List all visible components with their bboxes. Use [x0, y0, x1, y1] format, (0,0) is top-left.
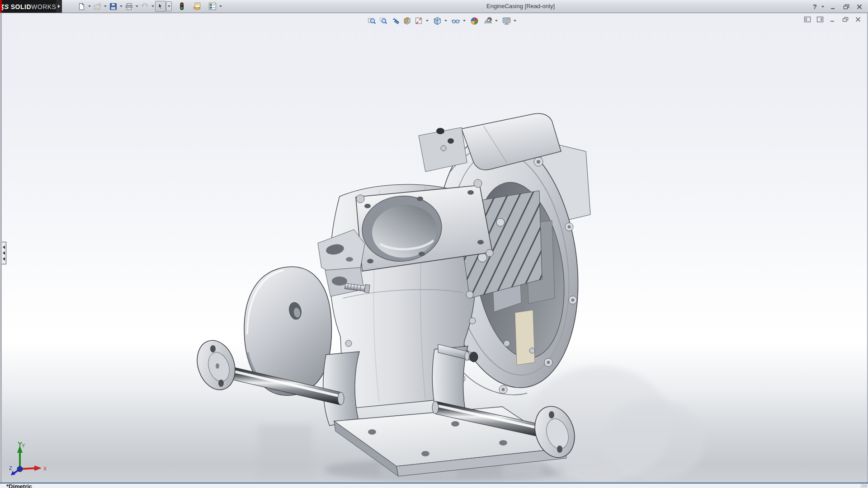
- headsup-view-toolbar: [366, 15, 517, 27]
- options-icon: [208, 2, 217, 10]
- graphics-viewport[interactable]: X Y Z: [1, 13, 868, 483]
- save-button[interactable]: [108, 1, 118, 12]
- print-button[interactable]: [123, 1, 134, 12]
- zoom-to-area-button[interactable]: [377, 15, 389, 27]
- options-button[interactable]: [207, 1, 218, 12]
- reference-triad[interactable]: X Y Z: [8, 441, 47, 476]
- triad-z-label: Z: [9, 465, 12, 471]
- view-orientation-icon: [415, 17, 423, 25]
- titlebar-window-controls: ?: [813, 2, 864, 12]
- document-close-button[interactable]: [854, 15, 863, 23]
- apply-scene-icon: [484, 17, 492, 25]
- zoom-to-area-icon: [379, 17, 388, 25]
- triad-z-axis: [11, 466, 23, 475]
- status-strip: *Dimetric: [0, 483, 868, 488]
- quick-access-toolbar: [76, 1, 223, 11]
- apply-scene-dropdown[interactable]: [494, 16, 499, 26]
- section-view-icon: [403, 17, 411, 25]
- document-restore-button[interactable]: [841, 15, 850, 23]
- triad-x-axis: [20, 465, 42, 471]
- previous-view-button[interactable]: [389, 15, 401, 27]
- file-properties-button[interactable]: [192, 1, 203, 12]
- title-bar: ƷSSOLIDWORKS: [0, 0, 868, 13]
- triad-y-label: Y: [22, 443, 25, 448]
- save-dropdown[interactable]: [118, 1, 123, 11]
- view-settings-button[interactable]: [500, 15, 512, 27]
- brand-red-stripe: [0, 0, 2, 13]
- select-cursor-icon: [157, 3, 164, 10]
- rebuild-button[interactable]: [176, 1, 187, 12]
- open-dropdown[interactable]: [103, 1, 108, 11]
- solidworks-logo: ƷSSOLIDWORKS: [0, 0, 56, 13]
- restore-icon: [843, 4, 850, 10]
- save-icon: [109, 3, 117, 10]
- document-restore-icon: [842, 16, 849, 23]
- close-icon: [856, 4, 863, 10]
- undo-icon: [141, 2, 149, 10]
- open-icon: [94, 3, 101, 10]
- select-button[interactable]: [155, 1, 166, 12]
- edit-appearance-ball-icon: [470, 17, 479, 25]
- undo-dropdown[interactable]: [150, 1, 155, 11]
- section-view-button[interactable]: [401, 15, 413, 27]
- pane-left-button[interactable]: [803, 15, 812, 23]
- file-properties-icon: [193, 2, 201, 10]
- rebuild-traffic-light-icon: [178, 2, 185, 10]
- document-close-icon: [855, 16, 861, 23]
- display-style-icon: [433, 17, 442, 25]
- new-document-icon: [78, 3, 85, 10]
- select-dropdown[interactable]: [166, 1, 172, 11]
- view-orientation-label: *Dimetric: [6, 483, 32, 488]
- engine-casing-model[interactable]: [190, 108, 715, 482]
- collapse-arrow-icon: [3, 251, 5, 255]
- zoom-to-fit-button[interactable]: [366, 15, 377, 27]
- previous-view-icon: [391, 17, 400, 25]
- apply-scene-button[interactable]: [482, 15, 494, 27]
- view-settings-monitor-icon: [502, 17, 511, 25]
- view-orientation-dropdown[interactable]: [425, 16, 429, 26]
- print-icon: [125, 3, 133, 10]
- menu-flyout-arrow[interactable]: [56, 0, 62, 13]
- window-title: EngineCasing [Read-only]: [486, 3, 555, 9]
- restore-button[interactable]: [841, 3, 851, 11]
- resize-grip[interactable]: [861, 484, 867, 488]
- options-dropdown[interactable]: [218, 1, 223, 11]
- pane-right-icon: [816, 16, 824, 23]
- close-button[interactable]: [854, 3, 864, 11]
- open-button[interactable]: [92, 1, 103, 12]
- document-window-controls: [803, 15, 863, 23]
- feature-pane-collapse-tab[interactable]: [1, 242, 6, 264]
- help-dropdown[interactable]: [820, 2, 825, 12]
- help-button[interactable]: ?: [813, 2, 817, 11]
- print-dropdown[interactable]: [134, 1, 139, 11]
- collapse-arrow-icon: [3, 257, 5, 261]
- undo-button[interactable]: [139, 1, 150, 12]
- display-style-button[interactable]: [431, 15, 443, 27]
- new-document-dropdown[interactable]: [87, 1, 92, 11]
- zoom-to-fit-icon: [368, 17, 376, 25]
- minimize-button[interactable]: [828, 3, 838, 11]
- edit-appearance-button[interactable]: [468, 15, 480, 27]
- triad-x-label: X: [43, 466, 47, 471]
- brand-text: ƷSSOLIDWORKS: [0, 3, 56, 10]
- hide-show-items-button[interactable]: [450, 15, 462, 27]
- hide-show-items-glasses-icon: [451, 17, 460, 25]
- pane-left-icon: [804, 16, 811, 23]
- minimize-icon: [830, 4, 836, 10]
- pane-right-button[interactable]: [816, 15, 825, 23]
- collapse-arrow-icon: [3, 245, 5, 249]
- view-settings-dropdown[interactable]: [512, 16, 517, 26]
- hide-show-items-dropdown[interactable]: [462, 16, 467, 26]
- document-minimize-icon: [830, 16, 836, 23]
- view-orientation-button[interactable]: [413, 15, 425, 27]
- document-minimize-button[interactable]: [828, 15, 837, 23]
- display-style-dropdown[interactable]: [443, 16, 448, 26]
- new-document-button[interactable]: [76, 1, 87, 12]
